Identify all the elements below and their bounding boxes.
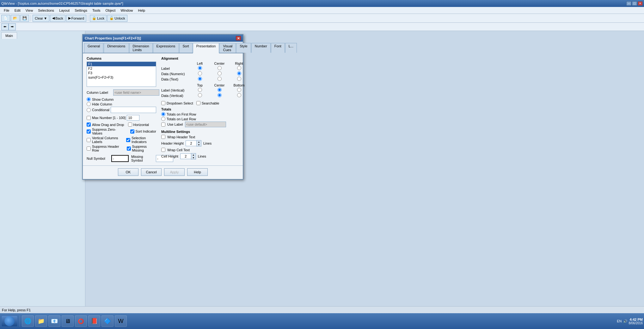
restore-button[interactable]: □ bbox=[632, 1, 637, 6]
cell-height-up[interactable]: ▲ bbox=[191, 153, 196, 156]
tab-general[interactable]: General bbox=[84, 43, 103, 53]
sort-indicator-checkbox[interactable] bbox=[130, 129, 134, 134]
tab-visual-cues[interactable]: Visual Cues bbox=[219, 43, 236, 53]
header-height-up[interactable]: ▲ bbox=[197, 141, 201, 143]
wrap-cell-checkbox[interactable] bbox=[161, 148, 165, 152]
datanum-center-radio[interactable] bbox=[210, 71, 229, 76]
menu-object[interactable]: Object bbox=[103, 8, 118, 13]
help-button[interactable]: Help bbox=[187, 168, 208, 176]
toolbar-save[interactable]: 💾 bbox=[20, 15, 29, 22]
data-top-radio[interactable] bbox=[190, 93, 209, 98]
menu-layout[interactable]: Layout bbox=[57, 8, 72, 13]
main-tab[interactable]: Main bbox=[1, 32, 17, 39]
column-item-f3[interactable]: F3 bbox=[87, 71, 156, 75]
tab-number[interactable]: Number bbox=[251, 43, 271, 53]
close-button[interactable]: ✕ bbox=[638, 1, 643, 6]
label-bottom-radio[interactable] bbox=[230, 88, 248, 93]
tab-font[interactable]: Font bbox=[271, 43, 285, 53]
taskbar-acrobat-icon[interactable]: 📕 bbox=[88, 315, 100, 327]
toolbar-open[interactable]: 📂 bbox=[11, 15, 20, 22]
datanum-right-radio[interactable] bbox=[230, 71, 248, 76]
label-right-radio[interactable] bbox=[230, 66, 248, 71]
tab-dimensions[interactable]: Dimensions bbox=[104, 43, 129, 53]
datatext-center-radio[interactable] bbox=[210, 77, 229, 81]
tab-style[interactable]: Style bbox=[236, 43, 251, 53]
label-vcenter-radio[interactable] bbox=[210, 88, 229, 93]
menu-edit[interactable]: Edit bbox=[12, 8, 23, 13]
suppress-zeros-checkbox[interactable] bbox=[87, 129, 91, 134]
toolbar2-btn1[interactable]: ⬅ bbox=[1, 23, 9, 30]
column-item-f2[interactable]: F2 bbox=[87, 66, 156, 71]
selection-indicators-checkbox[interactable] bbox=[126, 138, 130, 142]
toolbar2-btn2[interactable]: ➡ bbox=[9, 23, 16, 30]
cancel-button[interactable]: Cancel bbox=[141, 168, 162, 176]
searchable-checkbox[interactable] bbox=[196, 101, 200, 105]
vertical-columns-checkbox[interactable] bbox=[87, 138, 91, 142]
column-label-input[interactable] bbox=[113, 89, 159, 96]
wrap-header-checkbox[interactable] bbox=[161, 135, 165, 139]
column-item-f1[interactable]: F1 bbox=[87, 62, 156, 66]
dialog-close-button[interactable]: ✕ bbox=[236, 36, 241, 40]
toolbar-clear[interactable]: Clear ▼ bbox=[33, 15, 49, 22]
label-top-radio[interactable] bbox=[190, 88, 209, 93]
totals-last-radio[interactable] bbox=[161, 117, 165, 121]
datatext-right-radio[interactable] bbox=[230, 77, 248, 81]
label-center-radio[interactable] bbox=[210, 66, 229, 71]
toolbar-back[interactable]: ◀ Back bbox=[50, 15, 65, 22]
taskbar-chrome-icon[interactable]: ⭕ bbox=[75, 315, 87, 327]
toolbar-unlock[interactable]: 🔓 Unlock bbox=[107, 15, 127, 22]
use-label-checkbox[interactable] bbox=[161, 123, 165, 127]
ok-button[interactable]: OK bbox=[118, 168, 138, 176]
column-item-sum[interactable]: sum(F1+F2+F3) bbox=[87, 75, 156, 80]
toolbar-new[interactable]: 📄 bbox=[1, 15, 10, 22]
tab-more[interactable]: L... bbox=[285, 43, 297, 53]
columns-list[interactable]: F1 F2 F3 sum(F1+F2+F3) bbox=[87, 62, 156, 87]
menu-view[interactable]: View bbox=[23, 8, 36, 13]
use-label-input[interactable] bbox=[185, 122, 226, 127]
suppress-missing-checkbox[interactable] bbox=[127, 147, 131, 151]
taskbar-ie-icon[interactable]: 🌐 bbox=[22, 315, 34, 327]
cell-height-down[interactable]: ▼ bbox=[191, 156, 196, 159]
max-number-checkbox[interactable] bbox=[87, 116, 91, 120]
column-item-empty[interactable] bbox=[87, 80, 156, 80]
suppress-header-checkbox[interactable] bbox=[87, 147, 91, 151]
conditional-input[interactable] bbox=[111, 107, 156, 113]
menu-settings[interactable]: Settings bbox=[72, 8, 90, 13]
menu-selections[interactable]: Selections bbox=[35, 8, 57, 13]
hide-column-radio[interactable] bbox=[87, 102, 91, 106]
tab-presentation[interactable]: Presentation bbox=[193, 43, 219, 53]
horizontal-checkbox[interactable] bbox=[128, 123, 132, 127]
show-column-radio[interactable] bbox=[87, 97, 91, 101]
taskbar-explorer-icon[interactable]: 📁 bbox=[35, 315, 47, 327]
header-height-input[interactable] bbox=[186, 141, 197, 146]
start-button[interactable] bbox=[1, 315, 18, 327]
dropdown-select-checkbox[interactable] bbox=[161, 101, 165, 105]
tab-expressions[interactable]: Expressions bbox=[153, 43, 179, 53]
max-number-input[interactable] bbox=[127, 115, 139, 121]
tab-dimension-limits[interactable]: Dimension Limits bbox=[129, 43, 153, 53]
taskbar-outlook-icon[interactable]: 📧 bbox=[48, 315, 60, 327]
allow-drag-checkbox[interactable] bbox=[87, 123, 91, 127]
conditional-radio[interactable] bbox=[87, 108, 91, 112]
apply-button[interactable]: Apply bbox=[164, 168, 185, 176]
datatext-left-radio[interactable] bbox=[190, 77, 209, 81]
data-bottom-radio[interactable] bbox=[230, 93, 248, 98]
cell-height-input[interactable] bbox=[180, 153, 191, 159]
null-symbol-input[interactable] bbox=[111, 155, 129, 162]
tab-sort[interactable]: Sort bbox=[179, 43, 193, 53]
toolbar-lock[interactable]: 🔒 Lock bbox=[90, 15, 107, 22]
menu-window[interactable]: Window bbox=[118, 8, 135, 13]
label-left-radio[interactable] bbox=[190, 66, 209, 71]
toolbar-forward[interactable]: ▶ Forward bbox=[66, 15, 86, 22]
header-height-down[interactable]: ▼ bbox=[197, 143, 201, 146]
menu-tools[interactable]: Tools bbox=[90, 8, 103, 13]
totals-first-radio[interactable] bbox=[161, 112, 165, 116]
data-vcenter-radio[interactable] bbox=[210, 93, 229, 98]
minimize-button[interactable]: ─ bbox=[626, 1, 631, 6]
taskbar-app2-icon[interactable]: 🔷 bbox=[101, 315, 113, 327]
menu-help[interactable]: Help bbox=[136, 8, 148, 13]
menu-file[interactable]: File bbox=[1, 8, 12, 13]
taskbar-app1-icon[interactable]: 🖥 bbox=[62, 315, 74, 327]
datanum-left-radio[interactable] bbox=[190, 71, 209, 76]
taskbar-word-icon[interactable]: W bbox=[115, 315, 127, 327]
